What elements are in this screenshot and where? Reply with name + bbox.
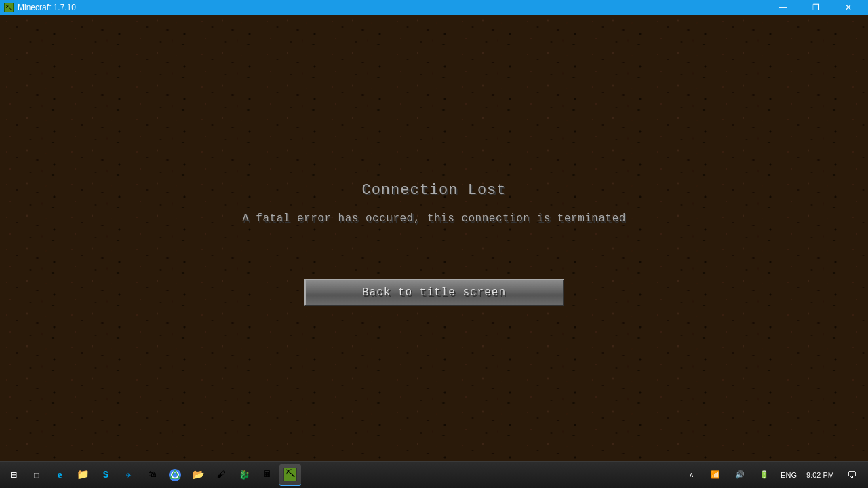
taskbar-clock[interactable]: 9:02 PM [802,464,838,486]
window-title: Minecraft 1.7.10 [18,3,76,12]
folder-taskbar-icon[interactable]: 📂 [187,464,209,486]
network-icon[interactable]: 📶 [705,464,726,486]
task-view-icon: ❑ [30,468,43,482]
chrome-taskbar-icon[interactable] [164,464,186,486]
minimize-button[interactable]: — [768,0,799,15]
minecraft-icon: ⛏ [283,468,297,481]
close-button[interactable]: ✕ [833,0,864,15]
clock-time: 9:02 PM [806,471,834,479]
taskbar: ⊞ ❑ e 📁 S ✈ 🛍 📂 🖌 🐉 🖩 [0,461,868,488]
store-taskbar-icon[interactable]: 🛍 [141,464,163,486]
edge-icon: e [53,468,66,482]
minecraft-taskbar-icon[interactable]: ⛏ [279,464,301,486]
skype-icon: S [99,468,113,482]
telegram-taskbar-icon[interactable]: ✈ [118,464,140,486]
battery-icon[interactable]: 🔋 [753,464,775,486]
error-message: A fatal error has occured, this connecti… [242,212,626,225]
folder-icon: 📂 [191,468,205,482]
title-bar-left: ⛏ Minecraft 1.7.10 [4,3,76,12]
telegram-icon: ✈ [122,468,136,482]
store-icon: 🛍 [145,468,159,482]
task-view-button[interactable]: ❑ [26,464,47,486]
restore-button[interactable]: ❐ [800,0,831,15]
calculator-taskbar-icon[interactable]: 🖩 [256,464,278,486]
paint-taskbar-icon[interactable]: 🖌 [210,464,232,486]
chrome-icon [168,468,182,482]
notification-icon[interactable]: 🗨 [841,464,863,486]
center-content: Connection Lost A fatal error has occure… [0,15,868,473]
taskbar-right: ∧ 📶 🔊 🔋 ENG 9:02 PM 🗨 [680,464,865,486]
dragon-taskbar-icon[interactable]: 🐉 [233,464,255,486]
volume-icon[interactable]: 🔊 [729,464,751,486]
paint-icon: 🖌 [214,468,228,482]
title-bar: ⛏ Minecraft 1.7.10 — ❐ ✕ [0,0,868,15]
game-area: Connection Lost A fatal error has occure… [0,15,868,473]
edge-taskbar-icon[interactable]: e [49,464,71,486]
system-tray-overflow[interactable]: ∧ [680,464,702,486]
explorer-icon: 📁 [76,468,90,482]
back-to-title-button[interactable]: Back to title screen [304,279,564,306]
explorer-taskbar-icon[interactable]: 📁 [72,464,94,486]
title-bar-controls: — ❐ ✕ [768,0,864,15]
calculator-icon: 🖩 [260,468,274,482]
language-indicator[interactable]: ENG [778,464,800,486]
connection-lost-title: Connection Lost [361,182,506,199]
app-icon: ⛏ [4,3,14,12]
skype-taskbar-icon[interactable]: S [95,464,117,486]
start-icon: ⊞ [7,468,20,482]
dragon-icon: 🐉 [237,468,251,482]
start-button[interactable]: ⊞ [3,464,24,486]
